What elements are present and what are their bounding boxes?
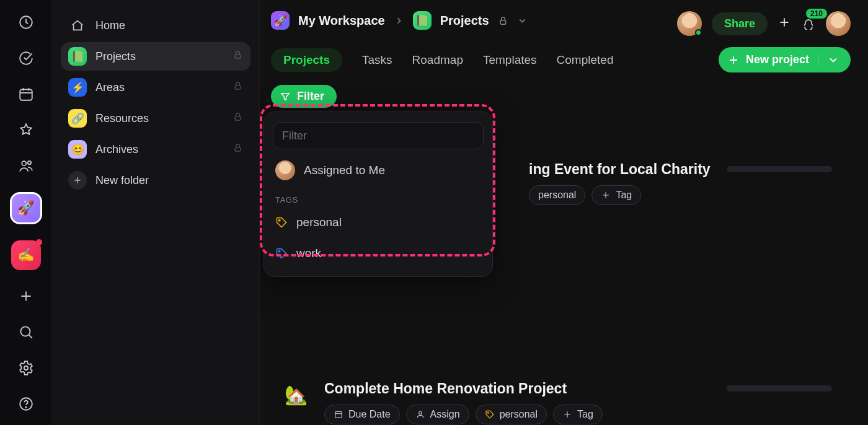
tag-chip[interactable]: personal: [476, 405, 547, 424]
lock-icon: [232, 81, 243, 94]
filter-tag-personal[interactable]: personal: [273, 209, 484, 235]
gear-icon[interactable]: [16, 358, 36, 378]
svg-point-3: [27, 161, 30, 164]
assign-chip[interactable]: Assign: [406, 405, 469, 424]
svg-point-7: [25, 407, 26, 408]
filter-dropdown: Assigned to Me TAGS personal work: [264, 112, 493, 277]
svg-rect-11: [235, 147, 241, 151]
due-date-chip[interactable]: Due Date: [324, 405, 400, 424]
check-circle-icon[interactable]: [16, 48, 36, 68]
lock-icon: [232, 50, 243, 63]
online-indicator: [695, 29, 702, 36]
new-folder-label: New folder: [95, 174, 149, 187]
help-icon[interactable]: [16, 394, 36, 414]
star-icon[interactable]: [16, 120, 36, 140]
resources-icon: 🔗: [68, 109, 87, 128]
filter-tag-work[interactable]: work: [273, 240, 484, 266]
chevron-down-icon[interactable]: [517, 15, 528, 26]
chevron-right-icon: [394, 15, 404, 26]
skeleton-line: [727, 166, 832, 172]
chevron-down-icon[interactable]: [827, 54, 839, 66]
lock-icon: [498, 15, 508, 26]
project-list: 🏡 Complete Home Renovation Project Due D…: [271, 269, 851, 425]
sidebar-item-label: Projects: [95, 50, 136, 63]
svg-point-17: [487, 412, 489, 413]
workspace-icon: 🚀: [271, 11, 290, 30]
filter-button[interactable]: Filter: [271, 85, 337, 108]
add-tag-chip[interactable]: Tag: [553, 405, 603, 424]
svg-rect-8: [235, 55, 241, 58]
svg-point-2: [22, 161, 26, 165]
filter-label: Filter: [297, 90, 324, 103]
tag-chip[interactable]: personal: [529, 185, 585, 205]
add-workspace-icon[interactable]: [16, 286, 36, 306]
tab-templates[interactable]: Templates: [483, 48, 537, 72]
svg-point-5: [24, 366, 28, 370]
notification-badge: 210: [806, 9, 827, 19]
tag-icon: [275, 216, 288, 229]
avatar: [275, 160, 295, 180]
tag-icon: [275, 247, 288, 260]
avatar[interactable]: [677, 11, 702, 36]
svg-rect-10: [235, 116, 241, 120]
sidebar-item-label: Resources: [95, 112, 149, 125]
svg-rect-15: [335, 411, 342, 418]
tab-projects[interactable]: Projects: [271, 48, 342, 72]
tab-completed[interactable]: Completed: [557, 48, 614, 72]
sidebar: Home 📗 Projects ⚡ Areas 🔗 Resources 😊 Ar…: [52, 0, 260, 425]
clock-icon[interactable]: [16, 12, 36, 32]
tab-roadmap[interactable]: Roadmap: [412, 48, 463, 72]
share-button[interactable]: Share: [712, 12, 768, 35]
svg-point-14: [278, 250, 280, 252]
search-icon[interactable]: [16, 322, 36, 342]
project-row[interactable]: 🏡 Complete Home Renovation Project Due D…: [283, 380, 851, 425]
writing-app-icon[interactable]: ✍️: [11, 240, 41, 270]
lock-icon: [232, 112, 243, 125]
header-add-button[interactable]: [777, 15, 791, 32]
projects-icon: 📗: [68, 47, 87, 66]
sidebar-item-home[interactable]: Home: [61, 11, 250, 40]
sidebar-new-folder[interactable]: New folder: [61, 166, 250, 195]
breadcrumb-page[interactable]: Projects: [440, 14, 489, 28]
project-title: Complete Home Renovation Project: [324, 380, 711, 397]
avatar[interactable]: [826, 11, 851, 36]
svg-rect-12: [500, 20, 506, 24]
svg-point-13: [278, 219, 280, 221]
header-actions: Share 210: [677, 11, 851, 36]
filter-tags-heading: TAGS: [275, 195, 481, 204]
icon-rail: 🚀 ✍️: [0, 0, 52, 425]
main: Share 210 🚀 My Workspace 📗 Projects Proj…: [260, 0, 868, 425]
svg-point-16: [418, 411, 422, 414]
sidebar-item-resources[interactable]: 🔗 Resources: [61, 104, 250, 133]
skeleton-line: [727, 385, 832, 392]
tab-tasks[interactable]: Tasks: [362, 48, 392, 72]
sidebar-item-projects[interactable]: 📗 Projects: [61, 42, 250, 71]
svg-rect-1: [20, 89, 32, 100]
new-project-label: New project: [746, 53, 809, 66]
project-emoji: 🏡: [283, 384, 308, 406]
home-icon: [68, 16, 87, 35]
plus-icon: [68, 171, 87, 190]
svg-rect-9: [235, 85, 241, 89]
sidebar-item-archives[interactable]: 😊 Archives: [61, 135, 250, 164]
project-title: ing Event for Local Charity: [529, 161, 711, 178]
people-icon[interactable]: [16, 156, 36, 176]
filter-input[interactable]: [273, 122, 484, 149]
filter-assigned-to-me[interactable]: Assigned to Me: [273, 154, 484, 186]
areas-icon: ⚡: [68, 78, 87, 97]
notifications-icon[interactable]: 210: [801, 15, 816, 32]
separator: [818, 54, 818, 66]
breadcrumb-workspace[interactable]: My Workspace: [298, 14, 385, 28]
add-tag-chip[interactable]: Tag: [591, 185, 641, 205]
workspace-rocket-icon[interactable]: 🚀: [10, 192, 42, 224]
sidebar-item-areas[interactable]: ⚡ Areas: [61, 73, 250, 102]
sidebar-item-label: Areas: [95, 81, 125, 94]
sidebar-item-label: Home: [95, 19, 125, 32]
filter-icon: [280, 91, 291, 102]
lock-icon: [232, 142, 243, 156]
plus-icon: [727, 54, 740, 66]
calendar-icon[interactable]: [16, 84, 36, 104]
new-project-button[interactable]: New project: [719, 47, 851, 72]
tabs: Projects Tasks Roadmap Templates Complet…: [271, 47, 851, 72]
svg-point-4: [20, 326, 30, 336]
